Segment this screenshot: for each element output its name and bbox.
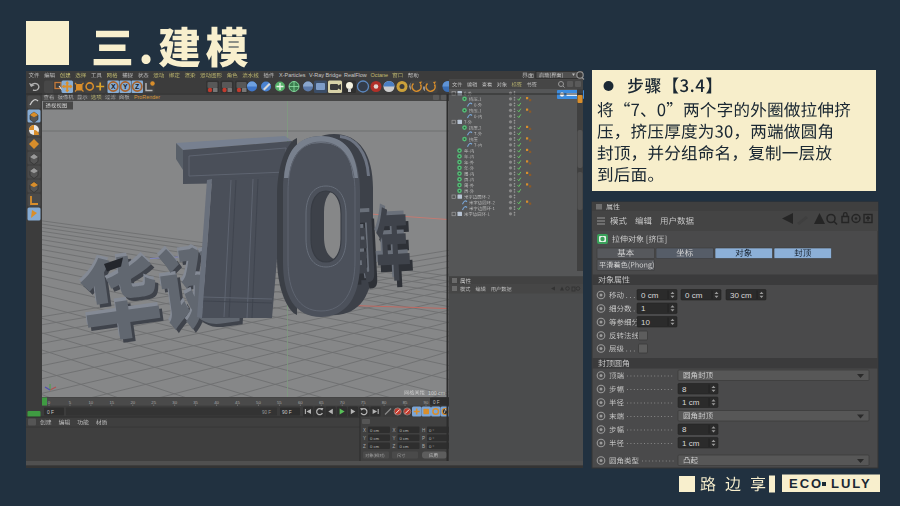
svg-text:50: 50 — [256, 400, 261, 405]
svg-text:V-Ray Bridge: V-Ray Bridge — [309, 72, 341, 78]
svg-text:15: 15 — [109, 400, 114, 405]
svg-text:Z: Z — [393, 444, 396, 449]
svg-text:1 cm: 1 cm — [682, 439, 700, 448]
svg-text:75: 75 — [361, 400, 366, 405]
svg-text:ECO: ECO — [789, 476, 823, 491]
svg-text:60: 60 — [298, 400, 303, 405]
svg-text:B: B — [422, 444, 425, 449]
svg-text:0 °: 0 ° — [429, 428, 434, 433]
svg-text:0 F: 0 F — [433, 400, 440, 405]
svg-text:65: 65 — [319, 400, 324, 405]
svg-text:80: 80 — [382, 400, 387, 405]
svg-text:0 cm: 0 cm — [685, 291, 703, 300]
svg-text:45: 45 — [235, 400, 240, 405]
svg-text:Y: Y — [123, 83, 128, 90]
svg-text:1: 1 — [641, 304, 646, 313]
svg-text:30 cm: 30 cm — [730, 291, 752, 300]
svg-text:35: 35 — [193, 400, 198, 405]
svg-text:Z: Z — [363, 444, 366, 449]
svg-text:P: P — [422, 436, 425, 441]
svg-text:X: X — [393, 428, 396, 433]
svg-text:1 cm: 1 cm — [682, 398, 700, 407]
svg-text:X-Particles: X-Particles — [279, 72, 306, 78]
svg-text:Y: Y — [393, 436, 396, 441]
svg-text:0 °: 0 ° — [429, 436, 434, 441]
svg-text:0 cm: 0 cm — [400, 436, 410, 441]
svg-text:ProRender: ProRender — [134, 94, 160, 100]
svg-text:0 °: 0 ° — [429, 444, 434, 449]
svg-text:X: X — [363, 428, 366, 433]
svg-text:Octane: Octane — [370, 72, 388, 78]
svg-text:25: 25 — [151, 400, 156, 405]
svg-text:0 cm: 0 cm — [641, 291, 659, 300]
svg-text:0 cm: 0 cm — [400, 428, 410, 433]
svg-text:LULY: LULY — [831, 476, 872, 491]
svg-text:90 F: 90 F — [262, 410, 271, 415]
svg-text:90 F: 90 F — [282, 410, 292, 415]
svg-text:100 cm: 100 cm — [428, 390, 445, 396]
svg-text:0 cm: 0 cm — [400, 444, 410, 449]
svg-text:8: 8 — [682, 425, 687, 434]
svg-text:10: 10 — [641, 318, 650, 327]
svg-text:X: X — [111, 83, 116, 90]
svg-text:H: H — [422, 428, 425, 433]
svg-text:90: 90 — [424, 400, 429, 405]
svg-text:30: 30 — [172, 400, 177, 405]
svg-text:70: 70 — [340, 400, 345, 405]
svg-text:Y: Y — [363, 436, 366, 441]
svg-text:8: 8 — [682, 385, 687, 394]
svg-text:0 cm: 0 cm — [370, 428, 380, 433]
svg-text:0 cm: 0 cm — [370, 436, 380, 441]
svg-text:10: 10 — [88, 400, 93, 405]
svg-text:RealFlow: RealFlow — [344, 72, 367, 78]
svg-text:55: 55 — [277, 400, 282, 405]
svg-text:20: 20 — [130, 400, 135, 405]
svg-text:Z: Z — [135, 83, 139, 90]
svg-text:0 cm: 0 cm — [370, 444, 380, 449]
svg-text:85: 85 — [403, 400, 408, 405]
svg-text:40: 40 — [214, 400, 219, 405]
svg-text:0 F: 0 F — [47, 410, 54, 415]
